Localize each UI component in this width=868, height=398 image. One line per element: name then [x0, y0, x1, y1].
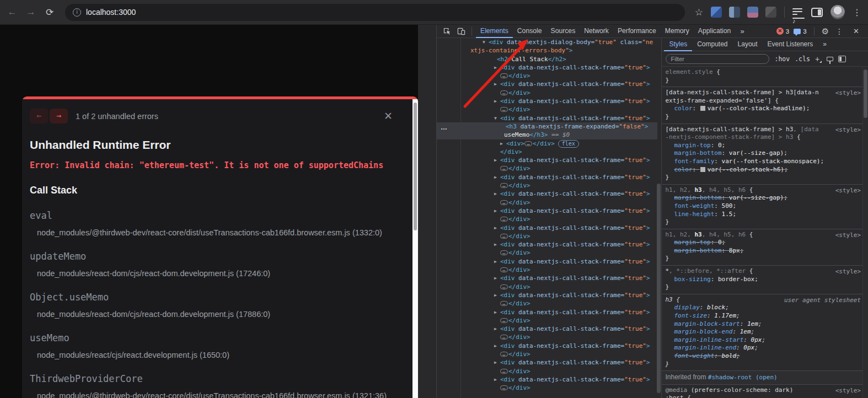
extension-icon-1[interactable] — [711, 7, 722, 18]
collapsed-content-icon[interactable]: … — [500, 385, 508, 390]
inspect-element-icon[interactable] — [440, 26, 453, 37]
collapsed-content-icon[interactable]: … — [500, 73, 508, 78]
reload-icon[interactable]: ⟳ — [44, 7, 55, 18]
style-declaration[interactable]: display: block; — [665, 304, 860, 312]
tree-row[interactable]: ▶<div data-nextjs-call-stack-frame="true… — [462, 274, 661, 282]
style-declaration[interactable]: margin-top: 0; — [665, 239, 860, 247]
tree-row[interactable]: <h3 data-nextjs-frame-expanded="false"> — [462, 122, 661, 131]
tree-row[interactable]: ▶<div data-nextjs-call-stack-frame="true… — [462, 190, 661, 198]
next-error-button[interactable]: → — [50, 109, 68, 123]
elements-scrollbar-thumb[interactable] — [657, 184, 661, 393]
stylesheet-source-link[interactable]: <style> — [835, 187, 861, 195]
expand-arrow-icon[interactable]: ▶ — [494, 358, 500, 367]
color-swatch[interactable] — [700, 167, 705, 172]
expand-arrow-icon[interactable]: ▶ — [494, 80, 500, 88]
collapsed-content-icon[interactable]: … — [500, 267, 508, 272]
expand-arrow-icon[interactable]: ▶ — [500, 139, 506, 148]
devtools-tab-elements[interactable]: Elements — [476, 25, 513, 38]
rule-selector[interactable]: [data-nextjs-call-stack-frame] > h3[data… — [665, 89, 860, 105]
tree-row[interactable]: …</div> — [462, 384, 661, 392]
new-style-rule-icon[interactable]: + — [815, 56, 822, 62]
devtools-settings-icon[interactable]: ⚙ — [822, 26, 829, 36]
expand-arrow-icon[interactable]: ▼ — [494, 114, 500, 122]
tree-row[interactable]: ▼<div data-nextjs-call-stack-frame="true… — [462, 114, 661, 122]
expand-arrow-icon[interactable]: ▶ — [494, 325, 500, 333]
tree-row[interactable]: …</div> — [462, 367, 661, 375]
stylesheet-source-link[interactable]: <style> — [835, 126, 861, 135]
style-declaration[interactable]: margin-inline-end: 0px; — [665, 344, 860, 352]
style-declaration[interactable]: margin-block-start: 1em; — [665, 320, 860, 329]
tree-row[interactable]: ▶<div data-nextjs-call-stack-frame="true… — [462, 207, 661, 215]
style-declaration[interactable]: color: var(--color-stack-headline); — [665, 105, 860, 113]
tree-row[interactable]: ▶<div data-nextjs-call-stack-frame="true… — [462, 156, 661, 164]
expand-arrow-icon[interactable]: ▶ — [494, 274, 500, 282]
media-controls-icon[interactable]: ♪ — [792, 8, 803, 17]
tree-row[interactable]: ▶<div data-nextjs-call-stack-frame="true… — [462, 240, 661, 249]
sidebar-tab-layout[interactable]: Layout — [733, 38, 763, 51]
rule-selector[interactable]: :host { — [665, 394, 860, 398]
extension-icon-4[interactable] — [765, 7, 776, 18]
stack-frame[interactable]: evalnode_modules/@thirdweb-dev/react-cor… — [30, 210, 410, 237]
dialog-scrollbar-track[interactable] — [412, 99, 418, 398]
collapsed-content-icon[interactable]: … — [500, 335, 508, 340]
tree-row[interactable]: …</div> — [462, 350, 661, 358]
styles-filter-input[interactable] — [666, 54, 769, 64]
color-swatch[interactable] — [700, 106, 705, 111]
computed-sidebar-toggle-icon[interactable] — [838, 56, 846, 62]
rule-selector[interactable]: *, *::before, *::after { — [665, 267, 860, 276]
tree-row[interactable]: ▶<div data-nextjs-call-stack-frame="true… — [462, 224, 661, 232]
tree-row[interactable]: …</div> — [462, 249, 661, 257]
rule-selector[interactable]: element.style { — [665, 68, 860, 77]
tree-row[interactable]: ▶<div data-nextjs-call-stack-frame="true… — [462, 63, 661, 72]
devtools-tab-sources[interactable]: Sources — [546, 25, 580, 38]
style-declaration[interactable]: margin-inline-start: 0px; — [665, 336, 860, 345]
close-dialog-icon[interactable]: ✕ — [381, 109, 396, 123]
tree-row[interactable]: ▼<div data-nextjs-dialog-body="true" cla… — [462, 38, 661, 46]
tree-row[interactable]: ▶<div data-nextjs-call-stack-frame="true… — [462, 173, 661, 181]
tree-row[interactable]: ▶<div data-nextjs-call-stack-frame="true… — [462, 257, 661, 266]
tree-row[interactable]: ▶<div data-nextjs-call-stack-frame="true… — [462, 342, 661, 350]
tree-row[interactable]: ▶<div>…</div>flex — [462, 139, 661, 148]
style-declaration[interactable]: font-weight: 500; — [665, 202, 860, 211]
collapsed-content-icon[interactable]: … — [500, 166, 508, 171]
site-info-icon[interactable]: i — [73, 8, 81, 17]
sidebar-tab-computed[interactable]: Computed — [692, 38, 732, 51]
collapsed-content-icon[interactable]: … — [500, 250, 508, 255]
stack-frame[interactable]: updateMemonode_modules/react-dom/cjs/rea… — [30, 251, 410, 278]
collapsed-content-icon[interactable]: … — [524, 141, 532, 146]
expand-arrow-icon[interactable]: ▶ — [494, 173, 500, 181]
stack-frame[interactable]: ThirdwebProviderCorenode_modules/@thirdw… — [30, 373, 410, 398]
devtools-tab-performance[interactable]: Performance — [613, 25, 661, 38]
expand-arrow-icon[interactable]: ▶ — [494, 342, 500, 350]
stylesheet-source-link[interactable]: <style> — [835, 232, 861, 240]
devtools-tab-network[interactable]: Network — [580, 25, 613, 38]
collapsed-content-icon[interactable]: … — [500, 234, 508, 239]
profile-avatar[interactable] — [831, 5, 845, 19]
sidebar-tab-styles[interactable]: Styles — [664, 38, 692, 51]
collapsed-content-icon[interactable]: … — [500, 183, 508, 188]
collapsed-content-icon[interactable]: … — [500, 217, 508, 222]
url-bar[interactable]: i localhost:3000 — [65, 4, 685, 21]
tree-row[interactable]: …</div> — [462, 215, 661, 223]
tree-row[interactable]: </div> — [462, 148, 661, 156]
tree-row[interactable]: xtjs-container-errors-body"> — [462, 46, 661, 55]
dialog-scrollbar-thumb[interactable] — [414, 103, 417, 230]
toggle-classes[interactable]: .cls — [795, 55, 810, 63]
stack-frame[interactable]: Object.useMemonode_modules/react-dom/cjs… — [30, 292, 410, 319]
style-declaration[interactable]: margin-bottom: 8px; — [665, 247, 860, 255]
expand-arrow-icon[interactable]: ▶ — [494, 63, 500, 72]
expand-arrow-icon[interactable]: ▶ — [494, 156, 500, 164]
collapsed-content-icon[interactable]: … — [500, 318, 508, 323]
tree-row[interactable]: …</div> — [462, 299, 661, 308]
tree-row[interactable]: ▶<div data-nextjs-call-stack-frame="true… — [462, 97, 661, 105]
previous-error-button[interactable]: ← — [30, 109, 48, 123]
extension-icon-2[interactable] — [729, 7, 740, 18]
style-declaration[interactable]: font-family: var(--font-stack-monospace)… — [665, 158, 860, 166]
expand-arrow-icon[interactable]: ▶ — [494, 224, 500, 232]
stack-frame[interactable]: useMemonode_modules/react/cjs/react.deve… — [30, 332, 410, 359]
stylesheet-source-link[interactable]: <style> — [835, 89, 861, 98]
tree-row[interactable]: ▶<div data-nextjs-call-stack-frame="true… — [462, 308, 661, 316]
styles-scrollbar-track[interactable] — [862, 67, 868, 398]
style-declaration[interactable]: font-weight: bold; — [665, 352, 860, 361]
tree-row[interactable]: ▶<div data-nextjs-call-stack-frame="true… — [462, 291, 661, 299]
